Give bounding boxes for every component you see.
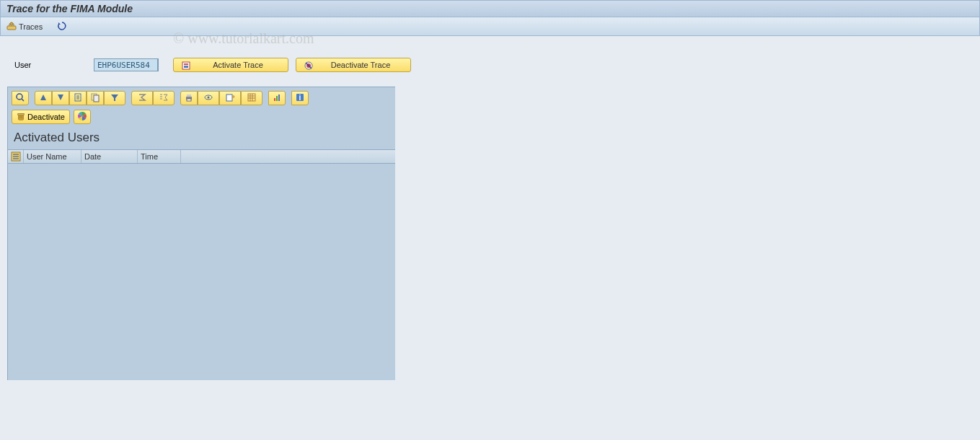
deactivate-trace-label: Deactivate Trace [318,61,403,69]
traces-button[interactable]: Traces [6,21,43,32]
refresh-button[interactable] [57,21,69,32]
deactivate-trace-button[interactable]: Deactivate Trace [296,58,411,72]
svg-rect-13 [187,99,191,101]
window-title: Trace for the FIMA Module [6,3,133,14]
column-time[interactable]: Time [138,150,181,163]
app-toolbar: Traces [0,17,980,36]
svg-point-15 [208,96,210,98]
find-next-icon [90,92,100,105]
svg-rect-17 [248,94,255,101]
sort-desc-icon [56,92,66,105]
export-icon [225,92,235,105]
activate-trace-button[interactable]: Activate Trace [173,58,288,72]
sort-desc-button[interactable] [52,91,69,105]
svg-rect-12 [187,94,191,97]
sort-asc-button[interactable] [35,91,52,105]
export-button[interactable] [219,91,241,105]
traces-icon [6,21,17,32]
sum-button[interactable] [131,91,153,105]
subtotal-icon [159,92,169,105]
svg-point-1 [10,22,13,25]
views-icon [203,92,213,105]
layout-icon [247,92,257,105]
details-button[interactable] [12,91,29,105]
refresh-icon [57,21,67,32]
svg-rect-4 [184,66,188,68]
grid-toolbar-row-2: Deactivate [8,107,395,128]
column-user-name[interactable]: User Name [24,150,81,163]
grid-toolbar: i [8,87,395,107]
deactivate-icon [304,61,312,69]
svg-rect-0 [7,26,16,30]
print-icon [184,92,194,105]
color-circle-icon [77,111,87,123]
info-button[interactable]: i [291,91,309,105]
svg-text:i: i [299,94,301,102]
svg-rect-3 [184,63,188,65]
details-icon [15,92,25,105]
sum-icon [137,92,147,105]
filter-icon [110,92,120,105]
column-date[interactable]: Date [81,150,138,163]
deactivate-button[interactable]: Deactivate [12,110,70,124]
traces-label: Traces [19,22,43,31]
filter-button[interactable] [104,91,125,105]
find-button[interactable] [69,91,87,105]
grid-header: User Name Date Time [8,149,395,164]
svg-rect-18 [274,98,275,101]
graphic-button[interactable] [268,91,286,105]
svg-rect-19 [276,96,278,101]
find-icon [73,92,83,105]
info-icon: i [295,92,305,105]
activate-icon [181,61,190,69]
select-all-button[interactable] [8,150,24,163]
grid-body [8,164,395,380]
sort-asc-icon [38,92,48,105]
user-label: User [14,61,87,69]
svg-rect-10 [94,95,99,102]
print-button[interactable] [180,91,198,105]
grid-panel: i Deactivate Ac [7,87,395,380]
svg-rect-16 [226,94,232,101]
svg-rect-24 [18,114,25,115]
layout-button[interactable] [241,91,262,105]
deactivate-label: Deactivate [27,113,65,121]
graphic-icon [272,92,282,105]
views-button[interactable] [198,91,219,105]
find-next-button[interactable] [87,91,104,105]
activate-trace-label: Activate Trace [195,61,281,69]
chart-color-button[interactable] [74,110,91,124]
trash-icon [17,112,25,122]
section-title: Activated Users [8,128,395,149]
window-title-bar: Trace for the FIMA Module [0,0,980,17]
svg-point-7 [17,94,22,100]
subtotal-button[interactable] [153,91,175,105]
svg-rect-20 [278,94,280,101]
user-input-row: User Activate Trace Deactivate Trace [0,36,980,87]
user-input[interactable] [94,58,159,71]
